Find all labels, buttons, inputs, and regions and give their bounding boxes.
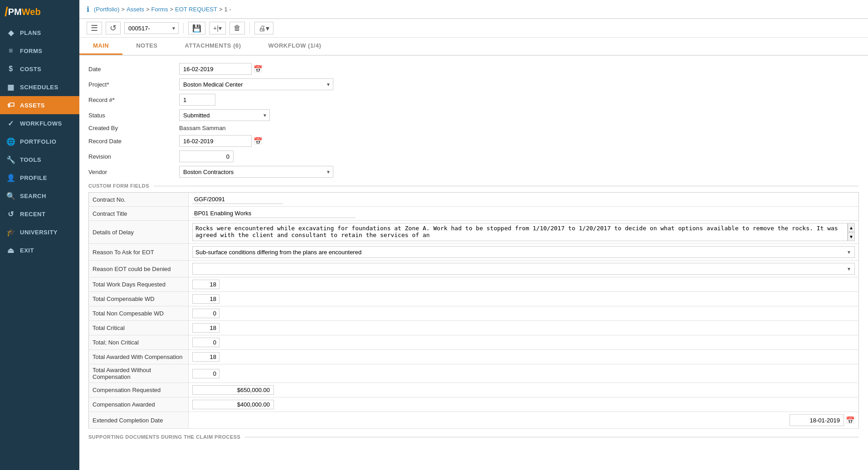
workflows-icon: ✓: [6, 119, 15, 128]
contract-no-label: Contract No.: [89, 193, 189, 207]
sidebar-item-profile-label: PROFILE: [20, 174, 47, 181]
sidebar-item-exit[interactable]: ⏏ EXIT: [0, 241, 79, 259]
created-by-row: Created By Bassam Samman: [88, 125, 859, 131]
total-awarded-no-comp-cell: [189, 364, 859, 383]
tab-attachments[interactable]: ATTACHMENTS (6): [171, 38, 255, 55]
scroll-down-button[interactable]: ▼: [848, 232, 855, 241]
portfolio-icon: 🌐: [6, 137, 15, 146]
total-non-comp-input[interactable]: [192, 309, 219, 318]
total-work-days-label: Total Work Days Requested: [89, 277, 189, 292]
ext-completion-label: Extended Completion Date: [89, 412, 189, 429]
sidebar-item-exit-label: EXIT: [20, 247, 34, 254]
sidebar-item-university-label: UNIVERSITY: [20, 229, 58, 236]
sidebar-item-profile[interactable]: 👤 PROFILE: [0, 169, 79, 187]
history-button[interactable]: ↺: [106, 22, 121, 34]
sidebar-item-search[interactable]: 🔍 SEARCH: [0, 187, 79, 205]
save-button[interactable]: 💾: [188, 22, 205, 34]
tab-workflow[interactable]: WORKFLOW (1/4): [255, 38, 335, 55]
sidebar-item-portfolio[interactable]: 🌐 PORTFOLIO: [0, 132, 79, 150]
total-non-critical-input[interactable]: [192, 338, 219, 347]
comp-awarded-input[interactable]: [192, 400, 274, 409]
tab-notes[interactable]: NOTES: [122, 38, 171, 55]
breadcrumb-portfolio[interactable]: (Portfolio): [94, 6, 119, 13]
ext-completion-cell: 📅: [189, 412, 859, 429]
record-date-label: Record Date: [88, 138, 179, 145]
record-selector[interactable]: 000517-: [124, 22, 179, 34]
total-non-critical-cell: [189, 335, 859, 350]
contract-no-cell: [189, 193, 859, 207]
breadcrumb-sep2: >: [146, 6, 150, 13]
sidebar-item-university[interactable]: 🎓 UNIVERSITY: [0, 223, 79, 241]
revision-row: Revision: [88, 150, 859, 162]
created-by-label: Created By: [88, 125, 179, 131]
sidebar-item-plans-label: PLANS: [20, 29, 41, 36]
total-critical-cell: [189, 321, 859, 335]
form-area: Date 📅 Project* Boston Medical Center Re…: [79, 56, 868, 470]
status-select-wrap: Submitted: [179, 109, 270, 121]
tools-icon: 🔧: [6, 155, 15, 164]
date-input[interactable]: [179, 63, 252, 75]
comp-requested-label: Compensation Requested: [89, 383, 189, 397]
add-button[interactable]: +|▾: [209, 22, 226, 34]
reason-denied-select[interactable]: [192, 263, 855, 275]
total-critical-label: Total Critical: [89, 321, 189, 335]
recent-icon: ↺: [6, 209, 15, 218]
contract-no-input[interactable]: [192, 195, 283, 204]
total-compensable-input[interactable]: [192, 294, 219, 304]
scroll-up-button[interactable]: ▲: [848, 223, 855, 232]
comp-requested-input[interactable]: [192, 385, 274, 395]
details-delay-cell: Rocks were encountered while excavating …: [189, 221, 859, 244]
record-num-input[interactable]: [179, 94, 215, 106]
project-select-wrap: Boston Medical Center: [179, 78, 333, 90]
total-work-days-row: Total Work Days Requested: [89, 277, 859, 292]
date-calendar-icon[interactable]: 📅: [254, 65, 263, 73]
sidebar-item-workflows[interactable]: ✓ WORKFLOWS: [0, 114, 79, 132]
sidebar-item-recent[interactable]: ↺ RECENT: [0, 205, 79, 223]
record-num-row: Record #*: [88, 94, 859, 106]
breadcrumb-eot[interactable]: EOT REQUEST: [175, 6, 217, 13]
record-date-calendar-icon[interactable]: 📅: [254, 137, 263, 145]
ext-completion-date-input[interactable]: [790, 414, 844, 426]
total-compensable-label: Total Compensable WD: [89, 292, 189, 306]
breadcrumb-assets[interactable]: Assets: [127, 6, 144, 13]
custom-fields-table: Contract No. Contract Title Details of D…: [88, 192, 859, 429]
sidebar-item-tools[interactable]: 🔧 TOOLS: [0, 150, 79, 169]
status-select[interactable]: Submitted: [179, 109, 270, 121]
sidebar-nav: ◆ PLANS ≡ FORMS $ COSTS ▦ SCHEDULES 🏷 AS…: [0, 24, 79, 470]
info-icon[interactable]: ℹ: [87, 5, 89, 14]
record-date-input[interactable]: [179, 135, 252, 147]
revision-input[interactable]: [179, 150, 234, 162]
total-awarded-comp-input[interactable]: [192, 352, 219, 362]
sidebar-item-plans[interactable]: ◆ PLANS: [0, 24, 79, 42]
ext-completion-calendar-icon[interactable]: 📅: [846, 416, 855, 425]
tab-main[interactable]: MAIN: [79, 38, 122, 55]
toolbar-sep2: [249, 23, 250, 34]
sidebar-item-schedules[interactable]: ▦ SCHEDULES: [0, 78, 79, 96]
sidebar-item-costs[interactable]: $ COSTS: [0, 60, 79, 78]
exit-icon: ⏏: [6, 246, 15, 255]
vendor-row: Vendor Boston Contractors: [88, 166, 859, 178]
project-select[interactable]: Boston Medical Center: [179, 78, 333, 90]
sidebar: / PMWeb ◆ PLANS ≡ FORMS $ COSTS ▦ SCHEDU…: [0, 0, 79, 470]
details-delay-textarea[interactable]: Rocks were encountered while excavating …: [192, 223, 848, 241]
reason-eot-select[interactable]: Sub-surface conditions differing from th…: [192, 246, 855, 258]
sidebar-item-assets[interactable]: 🏷 ASSETS: [0, 96, 79, 114]
costs-icon: $: [6, 64, 15, 73]
print-button[interactable]: 🖨▾: [254, 22, 273, 34]
vendor-label: Vendor: [88, 169, 179, 175]
sidebar-item-forms[interactable]: ≡ FORMS: [0, 42, 79, 60]
delete-button[interactable]: 🗑: [229, 22, 245, 34]
schedules-icon: ▦: [6, 82, 15, 92]
menu-button[interactable]: ☰: [87, 22, 102, 34]
breadcrumb-forms[interactable]: Forms: [151, 6, 168, 13]
details-delay-label: Details of Delay: [89, 221, 189, 244]
reason-denied-label: Reason EOT could be Denied: [89, 261, 189, 277]
project-label: Project*: [88, 81, 179, 88]
total-awarded-comp-row: Total Awarded With Compensation: [89, 350, 859, 364]
total-work-days-input[interactable]: [192, 280, 219, 289]
total-awarded-no-comp-input[interactable]: [192, 369, 219, 378]
vendor-select[interactable]: Boston Contractors: [179, 166, 333, 178]
total-critical-input[interactable]: [192, 323, 219, 333]
contract-title-input[interactable]: [192, 209, 356, 218]
comp-awarded-label: Compensation Awarded: [89, 397, 189, 412]
